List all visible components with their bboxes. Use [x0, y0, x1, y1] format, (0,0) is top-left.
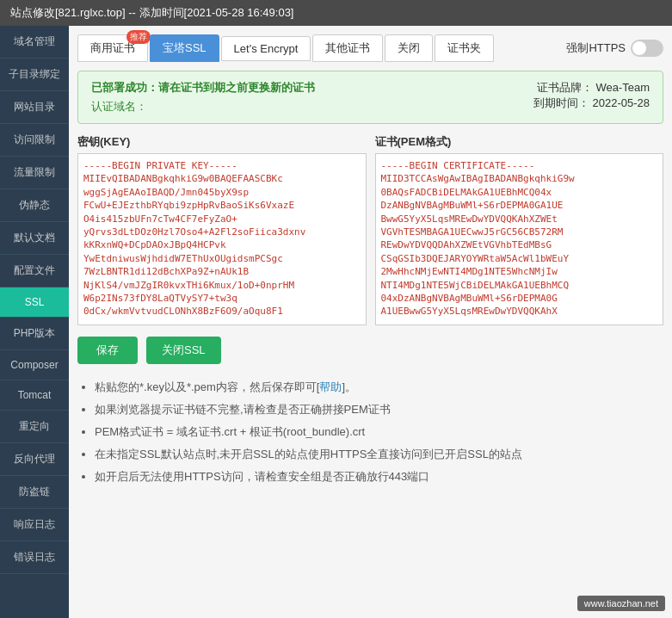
sidebar-item-composer[interactable]: Composer: [0, 350, 69, 380]
sidebar-item-tomcat[interactable]: Tomcat: [0, 380, 69, 411]
btn-row: 保存 关闭SSL: [77, 337, 663, 364]
sidebar-item-reverse-proxy[interactable]: 反向代理: [0, 443, 69, 476]
tabs-bar: 商用证书推荐宝塔SSLLet's Encrypt其他证书关闭证书夹强制HTTPS: [77, 34, 663, 62]
cert-label: 证书(PEM格式): [375, 134, 664, 150]
domain-line: 认证域名：: [91, 99, 315, 114]
brand-label: 证书品牌：: [537, 81, 593, 94]
sidebar-item-hotlink-protect[interactable]: 防盗链: [0, 476, 69, 509]
force-https-container: 强制HTTPS: [566, 40, 663, 57]
success-left: 已部署成功：请在证书到期之前更换新的证书 认证域名：: [91, 80, 315, 114]
tab-other-cert[interactable]: 其他证书: [312, 34, 383, 62]
sidebar: 域名管理子目录绑定网站目录访问限制流量限制伪静态默认文档配置文件SSLPHP版本…: [0, 26, 69, 618]
brand-value: Wea-Team: [595, 81, 650, 94]
save-button[interactable]: 保存: [77, 337, 138, 364]
force-https-toggle[interactable]: [631, 40, 663, 57]
sidebar-item-website-dir[interactable]: 网站目录: [0, 91, 69, 124]
content-area: 商用证书推荐宝塔SSLLet's Encrypt其他证书关闭证书夹强制HTTPS…: [69, 26, 672, 618]
domain-label: 认证域名：: [91, 100, 147, 113]
tip-item: 粘贴您的*.key以及*.pem内容，然后保存即可[帮助]。: [95, 376, 663, 399]
success-box: 已部署成功：请在证书到期之前更换新的证书 认证域名： 证书品牌： Wea-Tea…: [77, 71, 663, 124]
tab-lets-encrypt[interactable]: Let's Encrypt: [221, 36, 311, 61]
success-right: 证书品牌： Wea-Team 到期时间： 2022-05-28: [533, 80, 650, 111]
cert-section: 证书(PEM格式): [375, 134, 664, 328]
cert-textarea[interactable]: [375, 153, 664, 325]
sidebar-item-access-limit[interactable]: 访问限制: [0, 124, 69, 157]
title-bar: 站点修改[821.rglxc.top] -- 添加时间[2021-05-28 1…: [0, 0, 672, 26]
sidebar-item-pseudo-static[interactable]: 伪静态: [0, 189, 69, 222]
sidebar-item-domain-mgmt[interactable]: 域名管理: [0, 26, 69, 59]
force-https-label: 强制HTTPS: [566, 40, 626, 56]
sidebar-item-php-version[interactable]: PHP版本: [0, 318, 69, 350]
expiry-value: 2022-05-28: [593, 96, 650, 109]
tab-cert-folder[interactable]: 证书夹: [435, 34, 494, 62]
tip-item: 如果浏览器提示证书链不完整,请检查是否正确拼接PEM证书: [95, 399, 663, 421]
tab-commercial-cert[interactable]: 商用证书推荐: [77, 34, 148, 62]
sidebar-item-traffic-limit[interactable]: 流量限制: [0, 157, 69, 189]
key-cert-row: 密钥(KEY) 证书(PEM格式): [77, 134, 663, 328]
tips-list: 粘贴您的*.key以及*.pem内容，然后保存即可[帮助]。如果浏览器提示证书链…: [77, 376, 663, 488]
title-text: 站点修改[821.rglxc.top] -- 添加时间[2021-05-28 1…: [10, 6, 293, 19]
sidebar-item-ssl[interactable]: SSL: [0, 287, 69, 318]
brand-line: 证书品牌： Wea-Team: [533, 80, 650, 96]
expiry-line: 到期时间： 2022-05-28: [533, 96, 650, 111]
expiry-label: 到期时间：: [533, 96, 589, 109]
sidebar-item-access-log[interactable]: 响应日志: [0, 509, 69, 541]
close-ssl-button[interactable]: 关闭SSL: [146, 337, 221, 364]
tab-badge-commercial-cert: 推荐: [126, 30, 151, 44]
success-title: 已部署成功：请在证书到期之前更换新的证书: [91, 80, 315, 96]
key-section: 密钥(KEY): [77, 134, 367, 328]
sidebar-item-default-doc[interactable]: 默认文档: [0, 222, 69, 255]
tab-close[interactable]: 关闭: [385, 34, 433, 62]
key-label: 密钥(KEY): [77, 134, 367, 150]
tab-baota-ssl[interactable]: 宝塔SSL: [150, 34, 219, 62]
tip-item: 在未指定SSL默认站点时,未开启SSL的站点使用HTTPS全直接访问到已开启SS…: [95, 443, 663, 466]
key-textarea[interactable]: [77, 153, 367, 325]
sidebar-item-error-log[interactable]: 错误日志: [0, 541, 69, 574]
tip-item: PEM格式证书 = 域名证书.crt + 根证书(root_bundle).cr…: [95, 421, 663, 443]
sidebar-item-config-file[interactable]: 配置文件: [0, 255, 69, 287]
sidebar-item-subdir-bind[interactable]: 子目录绑定: [0, 59, 69, 91]
tip-item: 如开启后无法使用HTTPS访问，请检查安全组是否正确放行443端口: [95, 466, 663, 488]
tip-link[interactable]: 帮助: [319, 380, 342, 393]
sidebar-item-redirect[interactable]: 重定向: [0, 411, 69, 443]
